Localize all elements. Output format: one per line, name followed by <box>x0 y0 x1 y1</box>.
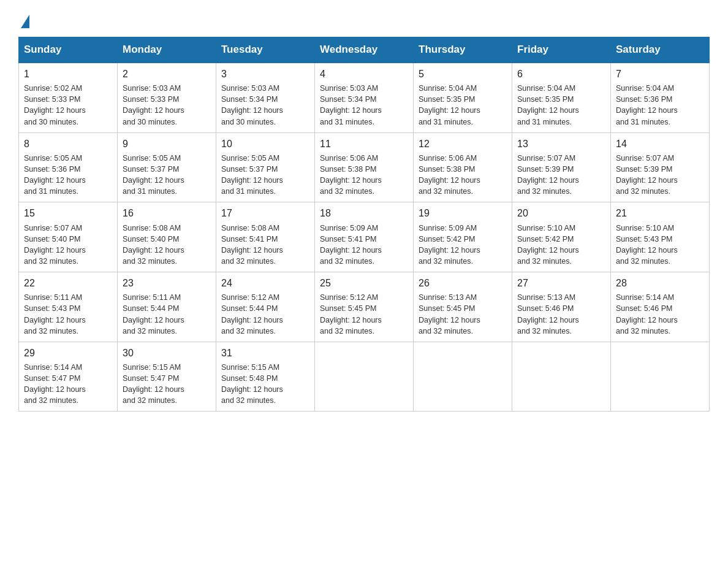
day-info: Sunrise: 5:04 AMSunset: 5:36 PMDaylight:… <box>616 84 678 126</box>
day-number: 31 <box>221 346 309 360</box>
day-info: Sunrise: 5:05 AMSunset: 5:37 PMDaylight:… <box>123 154 184 196</box>
day-number: 14 <box>616 137 704 151</box>
day-info: Sunrise: 5:02 AMSunset: 5:33 PMDaylight:… <box>24 84 86 126</box>
calendar-cell: 6Sunrise: 5:04 AMSunset: 5:35 PMDaylight… <box>512 63 611 132</box>
calendar-cell <box>315 342 414 412</box>
day-info: Sunrise: 5:03 AMSunset: 5:34 PMDaylight:… <box>320 84 382 126</box>
day-info: Sunrise: 5:14 AMSunset: 5:46 PMDaylight:… <box>616 293 678 335</box>
day-info: Sunrise: 5:12 AMSunset: 5:45 PMDaylight:… <box>320 293 382 335</box>
calendar-cell: 15Sunrise: 5:07 AMSunset: 5:40 PMDayligh… <box>19 202 118 272</box>
day-number: 12 <box>419 137 507 151</box>
calendar-cell: 17Sunrise: 5:08 AMSunset: 5:41 PMDayligh… <box>216 202 315 272</box>
calendar-cell: 18Sunrise: 5:09 AMSunset: 5:41 PMDayligh… <box>315 202 414 272</box>
day-number: 8 <box>24 137 112 151</box>
day-number: 30 <box>123 346 211 360</box>
weekday-sunday: Sunday <box>19 37 118 63</box>
day-number: 29 <box>24 346 112 360</box>
calendar-week-3: 15Sunrise: 5:07 AMSunset: 5:40 PMDayligh… <box>19 202 710 272</box>
calendar-cell: 21Sunrise: 5:10 AMSunset: 5:43 PMDayligh… <box>611 202 710 272</box>
day-number: 11 <box>320 137 408 151</box>
calendar-table: SundayMondayTuesdayWednesdayThursdayFrid… <box>18 37 710 412</box>
day-info: Sunrise: 5:13 AMSunset: 5:45 PMDaylight:… <box>419 293 480 335</box>
calendar-cell: 13Sunrise: 5:07 AMSunset: 5:39 PMDayligh… <box>512 132 611 202</box>
calendar-cell <box>512 342 611 412</box>
day-number: 26 <box>419 276 507 290</box>
day-info: Sunrise: 5:03 AMSunset: 5:34 PMDaylight:… <box>221 84 283 126</box>
day-number: 10 <box>221 137 309 151</box>
weekday-wednesday: Wednesday <box>315 37 414 63</box>
day-number: 16 <box>123 206 211 220</box>
day-number: 22 <box>24 276 112 290</box>
day-info: Sunrise: 5:07 AMSunset: 5:39 PMDaylight:… <box>517 154 579 196</box>
day-number: 24 <box>221 276 309 290</box>
calendar-header: SundayMondayTuesdayWednesdayThursdayFrid… <box>19 37 710 63</box>
day-info: Sunrise: 5:09 AMSunset: 5:42 PMDaylight:… <box>419 224 480 266</box>
calendar-cell: 9Sunrise: 5:05 AMSunset: 5:37 PMDaylight… <box>118 132 216 202</box>
calendar-cell: 3Sunrise: 5:03 AMSunset: 5:34 PMDaylight… <box>216 63 315 132</box>
day-number: 28 <box>616 276 704 290</box>
weekday-header-row: SundayMondayTuesdayWednesdayThursdayFrid… <box>19 37 710 63</box>
calendar-week-4: 22Sunrise: 5:11 AMSunset: 5:43 PMDayligh… <box>19 272 710 342</box>
calendar-cell <box>414 342 512 412</box>
day-info: Sunrise: 5:10 AMSunset: 5:42 PMDaylight:… <box>517 224 579 266</box>
logo-triangle-icon <box>21 15 29 28</box>
page-header <box>18 12 710 26</box>
calendar-cell: 14Sunrise: 5:07 AMSunset: 5:39 PMDayligh… <box>611 132 710 202</box>
day-number: 27 <box>517 276 605 290</box>
calendar-cell: 1Sunrise: 5:02 AMSunset: 5:33 PMDaylight… <box>19 63 118 132</box>
day-number: 7 <box>616 67 704 81</box>
day-number: 17 <box>221 206 309 220</box>
weekday-saturday: Saturday <box>611 37 710 63</box>
day-number: 1 <box>24 67 112 81</box>
day-number: 4 <box>320 67 408 81</box>
calendar-cell: 31Sunrise: 5:15 AMSunset: 5:48 PMDayligh… <box>216 342 315 412</box>
day-info: Sunrise: 5:03 AMSunset: 5:33 PMDaylight:… <box>123 84 184 126</box>
logo <box>18 12 29 26</box>
day-number: 15 <box>24 206 112 220</box>
calendar-cell: 25Sunrise: 5:12 AMSunset: 5:45 PMDayligh… <box>315 272 414 342</box>
day-number: 21 <box>616 206 704 220</box>
day-info: Sunrise: 5:11 AMSunset: 5:43 PMDaylight:… <box>24 293 86 335</box>
day-number: 9 <box>123 137 211 151</box>
day-info: Sunrise: 5:08 AMSunset: 5:40 PMDaylight:… <box>123 224 184 266</box>
calendar-cell: 20Sunrise: 5:10 AMSunset: 5:42 PMDayligh… <box>512 202 611 272</box>
calendar-week-5: 29Sunrise: 5:14 AMSunset: 5:47 PMDayligh… <box>19 342 710 412</box>
calendar-cell: 4Sunrise: 5:03 AMSunset: 5:34 PMDaylight… <box>315 63 414 132</box>
weekday-thursday: Thursday <box>414 37 512 63</box>
day-info: Sunrise: 5:06 AMSunset: 5:38 PMDaylight:… <box>419 154 480 196</box>
calendar-cell: 28Sunrise: 5:14 AMSunset: 5:46 PMDayligh… <box>611 272 710 342</box>
calendar-week-1: 1Sunrise: 5:02 AMSunset: 5:33 PMDaylight… <box>19 63 710 132</box>
day-info: Sunrise: 5:05 AMSunset: 5:36 PMDaylight:… <box>24 154 86 196</box>
day-info: Sunrise: 5:12 AMSunset: 5:44 PMDaylight:… <box>221 293 283 335</box>
calendar-cell: 29Sunrise: 5:14 AMSunset: 5:47 PMDayligh… <box>19 342 118 412</box>
day-info: Sunrise: 5:07 AMSunset: 5:39 PMDaylight:… <box>616 154 678 196</box>
calendar-cell: 7Sunrise: 5:04 AMSunset: 5:36 PMDaylight… <box>611 63 710 132</box>
calendar-cell: 2Sunrise: 5:03 AMSunset: 5:33 PMDaylight… <box>118 63 216 132</box>
calendar-cell: 19Sunrise: 5:09 AMSunset: 5:42 PMDayligh… <box>414 202 512 272</box>
day-number: 20 <box>517 206 605 220</box>
calendar-cell: 26Sunrise: 5:13 AMSunset: 5:45 PMDayligh… <box>414 272 512 342</box>
calendar-cell: 10Sunrise: 5:05 AMSunset: 5:37 PMDayligh… <box>216 132 315 202</box>
calendar-cell: 8Sunrise: 5:05 AMSunset: 5:36 PMDaylight… <box>19 132 118 202</box>
day-info: Sunrise: 5:14 AMSunset: 5:47 PMDaylight:… <box>24 363 86 405</box>
day-number: 6 <box>517 67 605 81</box>
day-number: 25 <box>320 276 408 290</box>
day-number: 19 <box>419 206 507 220</box>
calendar-week-2: 8Sunrise: 5:05 AMSunset: 5:36 PMDaylight… <box>19 132 710 202</box>
day-number: 18 <box>320 206 408 220</box>
day-number: 2 <box>123 67 211 81</box>
calendar-cell: 23Sunrise: 5:11 AMSunset: 5:44 PMDayligh… <box>118 272 216 342</box>
day-info: Sunrise: 5:11 AMSunset: 5:44 PMDaylight:… <box>123 293 184 335</box>
day-number: 13 <box>517 137 605 151</box>
weekday-friday: Friday <box>512 37 611 63</box>
day-info: Sunrise: 5:09 AMSunset: 5:41 PMDaylight:… <box>320 224 382 266</box>
calendar-body: 1Sunrise: 5:02 AMSunset: 5:33 PMDaylight… <box>19 63 710 412</box>
day-info: Sunrise: 5:06 AMSunset: 5:38 PMDaylight:… <box>320 154 382 196</box>
calendar-cell: 11Sunrise: 5:06 AMSunset: 5:38 PMDayligh… <box>315 132 414 202</box>
calendar-cell: 5Sunrise: 5:04 AMSunset: 5:35 PMDaylight… <box>414 63 512 132</box>
weekday-monday: Monday <box>118 37 216 63</box>
day-number: 5 <box>419 67 507 81</box>
day-info: Sunrise: 5:07 AMSunset: 5:40 PMDaylight:… <box>24 224 86 266</box>
calendar-cell: 30Sunrise: 5:15 AMSunset: 5:47 PMDayligh… <box>118 342 216 412</box>
calendar-cell: 12Sunrise: 5:06 AMSunset: 5:38 PMDayligh… <box>414 132 512 202</box>
